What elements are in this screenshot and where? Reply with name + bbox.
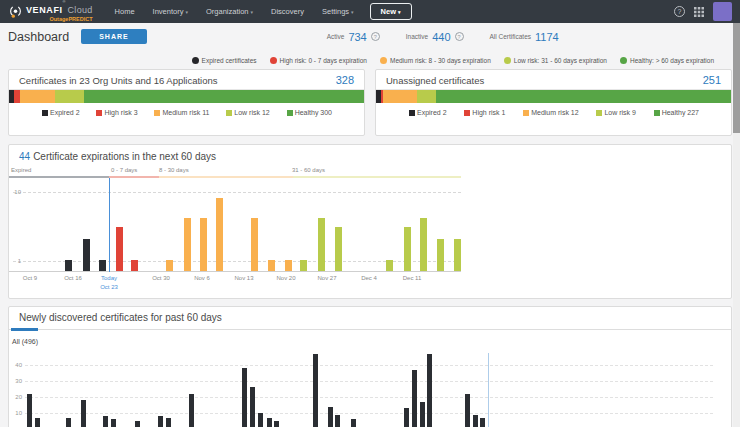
expiration-bar[interactable] — [99, 260, 106, 271]
discovered-bar[interactable] — [473, 415, 478, 427]
avatar[interactable] — [713, 2, 732, 21]
discovered-bar[interactable] — [420, 402, 425, 427]
expirations-chart: 101 Expired0 - 7 days8 - 30 days31 - 60 … — [9, 167, 731, 298]
x-axis-label: Oct 30 — [152, 274, 170, 283]
discovered-bar[interactable] — [427, 354, 432, 427]
expiration-bar[interactable] — [184, 218, 191, 271]
page-title: Dashboard — [8, 30, 69, 44]
expiration-bar[interactable] — [285, 260, 292, 271]
expiration-bar[interactable] — [386, 260, 393, 271]
info-icon[interactable]: ? — [371, 32, 380, 41]
stacked-bar-segment — [20, 90, 56, 103]
card-count[interactable]: 251 — [703, 74, 721, 86]
discovered-bar[interactable] — [335, 415, 340, 427]
grid-line — [25, 413, 713, 414]
y-axis-label: 1 — [11, 258, 21, 264]
expiration-bar[interactable] — [116, 227, 123, 271]
discovered-bar[interactable] — [267, 418, 272, 427]
y-axis-label: 30 — [9, 378, 22, 384]
discovered-bar[interactable] — [189, 394, 194, 427]
stat-label: Inactive — [406, 33, 428, 40]
discovered-bar[interactable] — [158, 416, 163, 427]
nav-item-settings[interactable]: Settings▾ — [322, 7, 354, 16]
expiration-bar[interactable] — [251, 218, 258, 271]
expiration-bar[interactable] — [454, 239, 461, 271]
expiration-bar[interactable] — [268, 260, 275, 271]
discovered-bar[interactable] — [351, 419, 356, 427]
expiration-bar[interactable] — [420, 218, 427, 271]
x-axis-label: Nov 6 — [194, 274, 210, 283]
expiration-bar[interactable] — [65, 260, 72, 271]
low-risk-dot-icon — [504, 57, 511, 64]
chevron-down-icon: ▾ — [251, 9, 254, 15]
chevron-down-icon: ▾ — [185, 9, 188, 15]
expiration-bar[interactable] — [318, 218, 325, 271]
main-nav: Home Inventory▾ Organization▾ Discovery … — [115, 7, 354, 16]
x-axis-label: Dec 4 — [361, 274, 377, 283]
venafi-logo[interactable]: VENAFI®Cloud OutagePREDICT — [8, 0, 93, 23]
tab-all[interactable]: All (496) — [9, 334, 38, 345]
card-title: Unassigned certificates — [386, 75, 484, 86]
new-button[interactable]: New▾ — [370, 3, 412, 20]
zone-band — [109, 176, 159, 178]
high-risk-dot-icon — [270, 57, 277, 64]
risk-legend: Expired certificates High risk: 0 - 7 da… — [0, 50, 740, 69]
discovered-bar[interactable] — [81, 400, 86, 427]
apps-grid-icon[interactable] — [694, 7, 704, 17]
discovered-bar[interactable] — [250, 387, 255, 427]
x-axis-label: Nov 20 — [276, 274, 295, 283]
card-count[interactable]: 328 — [336, 74, 354, 86]
low-risk-swatch-icon — [226, 110, 232, 116]
discovered-bar[interactable] — [480, 418, 485, 427]
discovered-bar[interactable] — [328, 407, 333, 427]
discovered-chart-card: Newly discovered certificates for past 6… — [8, 306, 732, 427]
legend-item: Medium risk 12 — [523, 109, 578, 116]
discovered-bar[interactable] — [465, 394, 470, 427]
expiration-bar[interactable] — [300, 260, 307, 271]
card-legend: Expired 2 High risk 3 Medium risk 11 Low… — [9, 103, 364, 116]
discovered-bar[interactable] — [35, 418, 40, 427]
discovered-bar[interactable] — [166, 418, 171, 427]
zone-band — [293, 176, 461, 178]
stat-label: All Certificates — [490, 33, 532, 40]
expiration-bar[interactable] — [200, 218, 207, 271]
expiration-bar[interactable] — [131, 260, 138, 271]
nav-item-organization[interactable]: Organization▾ — [206, 7, 253, 16]
nav-item-discovery[interactable]: Discovery — [271, 7, 304, 16]
discovered-bar[interactable] — [412, 370, 417, 427]
discovered-bar[interactable] — [242, 368, 247, 427]
expiration-bar[interactable] — [437, 239, 444, 271]
scrollbar-track[interactable] — [733, 23, 740, 427]
stat-label: Active — [327, 33, 345, 40]
discovered-bar[interactable] — [27, 394, 32, 427]
stat-value[interactable]: 734 — [348, 31, 366, 43]
expiration-bar[interactable] — [166, 260, 173, 271]
chevron-down-icon: ▾ — [398, 9, 401, 15]
stat-value[interactable]: 1174 — [535, 31, 559, 43]
info-icon[interactable]: ? — [455, 32, 464, 41]
discovered-bar[interactable] — [103, 416, 108, 427]
legend-item: Low risk 12 — [226, 109, 269, 116]
scrollbar-thumb[interactable] — [733, 23, 740, 133]
legend-item-healthy: Healthy: > 60 days expiration — [620, 57, 714, 64]
help-icon[interactable]: ? — [674, 6, 685, 17]
discovered-bar[interactable] — [111, 419, 116, 427]
expiration-bar[interactable] — [404, 227, 411, 271]
brand-subproduct: OutagePREDICT — [26, 17, 93, 23]
expiration-bar[interactable] — [83, 239, 90, 271]
discovered-bar[interactable] — [135, 421, 140, 427]
brand-text: VENAFI®Cloud OutagePREDICT — [26, 0, 93, 23]
discovered-bar[interactable] — [313, 354, 318, 427]
expirations-chart-card: 44Certificate expirations in the next 60… — [8, 144, 732, 299]
expiration-bar[interactable] — [335, 227, 342, 271]
stat-value[interactable]: 440 — [432, 31, 450, 43]
discovered-bar[interactable] — [404, 408, 409, 427]
discovered-bar[interactable] — [66, 418, 71, 427]
nav-item-home[interactable]: Home — [115, 7, 135, 16]
discovered-bar[interactable] — [258, 413, 263, 427]
share-button[interactable]: SHARE — [81, 29, 147, 44]
discovered-bar[interactable] — [274, 421, 279, 427]
nav-item-inventory[interactable]: Inventory▾ — [153, 7, 188, 16]
expiration-bar[interactable] — [216, 198, 223, 271]
discovered-chart-title: Newly discovered certificates for past 6… — [9, 307, 731, 327]
